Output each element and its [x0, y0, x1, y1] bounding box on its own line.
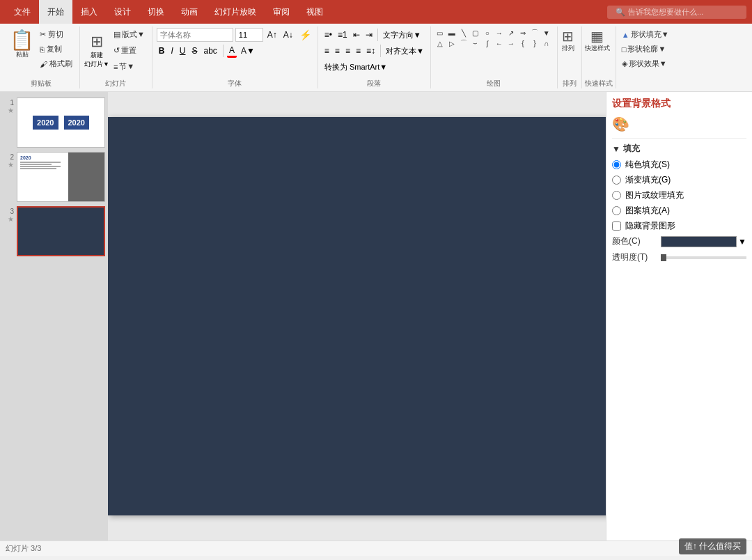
panel-paint-icon: 🎨 [612, 116, 746, 132]
shape-rtri[interactable]: ▷ [447, 38, 457, 48]
color-prop: 颜色(C) ▼ [612, 235, 746, 247]
shape-rect2[interactable]: ▬ [447, 28, 457, 38]
font-color-button[interactable]: A [227, 44, 237, 58]
number-list-button[interactable]: ≡1 [336, 28, 350, 42]
bullet-list-button[interactable]: ≡• [322, 28, 334, 42]
menu-tab-transitions[interactable]: 切换 [139, 0, 173, 24]
shape-circle[interactable]: ○ [483, 28, 492, 38]
shape-tri[interactable]: △ [435, 38, 445, 48]
font-decrease-button[interactable]: A↓ [281, 28, 295, 42]
text-direction-button[interactable]: 文字方向▼ [381, 28, 423, 42]
quick-styles-button[interactable]: ▦ 快速样式 [582, 26, 613, 79]
canvas-container: ▲ ▼ [108, 92, 606, 540]
shape-brace[interactable]: { [518, 38, 528, 48]
fill-pattern-label: 图案填充(A) [625, 205, 670, 217]
shape-left-arrow[interactable]: ← [494, 38, 504, 48]
shape-outline-label: 形状轮廓▼ [627, 44, 666, 54]
hide-bg-label: 隐藏背景图形 [625, 220, 675, 232]
shape-brace2[interactable]: } [530, 38, 540, 48]
reset-button[interactable]: ↺ 重置 [111, 44, 148, 57]
menu-tab-design[interactable]: 设计 [106, 0, 139, 24]
strikethrough-button[interactable]: S [190, 44, 200, 58]
section-icon: ≡ [113, 63, 118, 71]
clear-format-button[interactable]: ⚡ [297, 28, 313, 42]
shape-more[interactable]: ▼ [542, 28, 551, 38]
fill-picture-radio[interactable] [612, 191, 621, 200]
fill-arrow-icon: ▼ [612, 144, 620, 154]
ribbon-group-arrange: ⊞ 排列 排列 [558, 26, 582, 88]
align-center-button[interactable]: ≡ [333, 44, 342, 58]
slide-thumb-1-content: 2020 2020 [33, 116, 89, 130]
shape-round-rect[interactable]: ▢ [471, 28, 480, 38]
color-dropdown-icon[interactable]: ▼ [738, 237, 746, 247]
shape-rect[interactable]: ▭ [435, 28, 445, 38]
new-slide-button[interactable]: ⊞ 新建 幻灯片▼ [84, 33, 109, 69]
font-increase-button[interactable]: A↑ [265, 28, 279, 42]
fill-pattern-radio[interactable] [612, 206, 621, 215]
copy-button[interactable]: ⎘ 复制 [37, 42, 75, 56]
shape-curved2[interactable]: ∫ [483, 38, 492, 48]
align-left-button[interactable]: ≡ [322, 44, 331, 58]
slide-thumb-1[interactable]: 2020 2020 [17, 98, 105, 148]
menu-tab-slideshow[interactable]: 幻灯片放映 [206, 0, 265, 24]
menu-tab-home[interactable]: 开始 [39, 0, 72, 24]
shape-line[interactable]: ╲ [459, 28, 469, 38]
align-text-button[interactable]: 对齐文本▼ [384, 44, 426, 58]
decrease-indent-button[interactable]: ⇤ [351, 28, 362, 42]
menu-tab-animations[interactable]: 动画 [173, 0, 206, 24]
menu-tab-file[interactable]: 文件 [6, 0, 39, 24]
fill-gradient-radio[interactable] [612, 176, 621, 185]
shape-curved[interactable]: ⌣ [471, 38, 480, 48]
menu-tab-review[interactable]: 审阅 [265, 0, 298, 24]
smart-art-button[interactable]: 转换为 SmartArt▼ [322, 60, 389, 74]
slide-thumb-3[interactable] [17, 206, 105, 256]
menu-tab-insert[interactable]: 插入 [72, 0, 106, 24]
shape-right-arrow[interactable]: → [506, 38, 516, 48]
hide-bg-checkbox[interactable] [612, 221, 621, 231]
increase-indent-button[interactable]: ⇥ [363, 28, 375, 42]
font-name-input[interactable] [157, 28, 233, 42]
shape-effect-button[interactable]: ◈ 形状效果▼ [619, 57, 672, 70]
shape-z[interactable]: ⌒ [459, 38, 469, 48]
format-painter-button[interactable]: 🖌 格式刷 [37, 57, 75, 70]
shape-outline-button[interactable]: □ 形状轮廓▼ [619, 42, 672, 56]
fill-picture-option: 图片或纹理填充 [612, 189, 746, 201]
underline-button[interactable]: U [178, 44, 188, 58]
shape-arrow[interactable]: → [494, 28, 504, 38]
line-spacing-button[interactable]: ≡↕ [364, 44, 377, 58]
cut-button[interactable]: ✂ 剪切 [37, 28, 75, 41]
paragraph-group-label: 段落 [318, 79, 430, 88]
slide-thumb-2[interactable]: 2020 [17, 152, 105, 202]
slide-canvas[interactable] [108, 117, 606, 515]
copy-label: 复制 [47, 44, 62, 54]
italic-button[interactable]: I [169, 44, 175, 58]
shape-custom[interactable]: ∩ [542, 38, 551, 48]
shape-chevron[interactable]: ⌒ [530, 28, 540, 38]
fill-gradient-option: 渐变填充(G) [612, 174, 746, 186]
transparency-slider[interactable] [661, 256, 746, 259]
bold-button[interactable]: B [157, 44, 167, 58]
color-value [661, 236, 737, 247]
shape-effect-label: 形状效果▼ [629, 59, 667, 69]
font-size-input[interactable] [235, 28, 263, 42]
slides-group-label: 幻灯片 [80, 79, 152, 88]
justify-button[interactable]: ≡ [354, 44, 363, 58]
color-label: 颜色(C) [612, 235, 661, 247]
shadow-button[interactable]: abc [202, 44, 219, 58]
arrange-button[interactable]: ⊞ 排列 [558, 26, 579, 79]
fill-solid-radio[interactable] [612, 160, 621, 169]
layout-button[interactable]: ▤ 版式▼ [111, 28, 148, 41]
align-right-button[interactable]: ≡ [343, 44, 352, 58]
cut-icon: ✂ [40, 30, 46, 39]
shape-fill-button[interactable]: ▲ 形状填充▼ [619, 28, 672, 41]
slide-2-content: 2020 [17, 153, 104, 201]
section-button[interactable]: ≡ 节▼ [111, 60, 148, 73]
shape-arrow2[interactable]: ↗ [506, 28, 516, 38]
search-bar[interactable]: 🔍 告诉我您想要做什么... [607, 6, 746, 19]
paste-button[interactable]: 📋 粘贴 [7, 28, 37, 79]
fill-gradient-label: 渐变填充(G) [625, 174, 671, 186]
highlight-button[interactable]: A▼ [239, 44, 257, 58]
menu-tab-view[interactable]: 视图 [298, 0, 331, 24]
transparency-thumb[interactable] [661, 254, 666, 261]
shape-block-arrow[interactable]: ⇒ [518, 28, 528, 38]
